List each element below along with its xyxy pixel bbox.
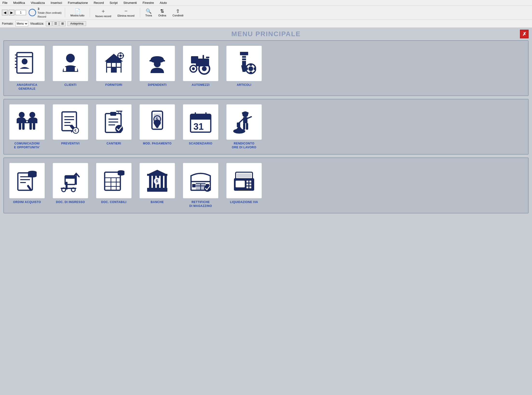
rendiconto-label: RENDICONTOORE DI LAVORO <box>232 142 256 149</box>
view-list-button[interactable]: ☰ <box>53 21 59 26</box>
menu-aiuto[interactable]: Aiuto <box>159 0 168 5</box>
elimina-record-label: Elimina record <box>117 14 134 17</box>
menu-strumenti[interactable]: Strumenti <box>123 0 138 5</box>
cantieri-label: CANTIERI <box>107 142 121 146</box>
rendiconto-icon <box>232 110 256 134</box>
svg-rect-53 <box>19 123 21 130</box>
nuovo-record-button[interactable]: ＋ Nuovo record <box>93 7 113 18</box>
svg-rect-82 <box>191 117 211 120</box>
dipendenti-icon-box <box>139 46 175 81</box>
menu-item-scadenziario[interactable]: 31 SCADENZIARIO <box>181 104 220 149</box>
rendiconto-icon-box <box>226 104 262 140</box>
record-navigation: ◀ ▶ <box>2 10 26 15</box>
menu-item-doc-ingresso[interactable]: DOC. DI INGRESSO <box>51 163 90 208</box>
svg-point-9 <box>66 54 75 62</box>
menu-item-automezzi[interactable]: AUTOMEZZI <box>181 46 220 91</box>
svg-rect-125 <box>147 174 167 176</box>
svg-point-33 <box>202 66 207 71</box>
doc-contabili-icon-box <box>96 163 132 198</box>
menu-item-rettifiche[interactable]: RETTIFICHEDI MAGAZZINO <box>181 163 220 208</box>
menu-modifica[interactable]: Modifica <box>12 0 26 5</box>
menu-item-cantieri[interactable]: CANTIERI <box>95 104 133 149</box>
svg-rect-147 <box>246 184 248 185</box>
menu-item-clienti[interactable]: CLIENTI <box>51 46 90 91</box>
separator-1 <box>65 8 65 17</box>
svg-rect-152 <box>237 173 251 178</box>
comunicazioni-icon-box <box>9 104 45 140</box>
ordini-icon-box <box>9 163 45 198</box>
menu-record[interactable]: Record <box>93 0 105 5</box>
visualizza-label: Visualizza: <box>30 22 44 25</box>
total-count: 3 <box>38 7 61 11</box>
articoli-label: ARTICOLI <box>237 83 252 87</box>
ordina-button[interactable]: ⇅ Ordina <box>156 8 168 17</box>
anagrafica-label: ANAGRAFICAGENERALE <box>17 83 37 91</box>
comunicazioni-label: COMUNICAZIONIE OPPORTUNITA' <box>14 142 40 149</box>
doc-ingresso-icon-box <box>53 163 88 198</box>
liquidazione-icon <box>232 169 256 193</box>
elimina-record-button[interactable]: − Elimina record <box>116 7 136 18</box>
menu-item-liquidazione[interactable]: LIQUIDAZIONE IVA <box>225 163 263 208</box>
svg-point-123 <box>118 173 124 176</box>
formato-select[interactable]: Menu <box>15 21 28 27</box>
record-number-input[interactable] <box>15 10 26 15</box>
menu-file[interactable]: File <box>1 0 8 5</box>
banche-icon-box: $ <box>139 163 175 198</box>
record-info: 3 Totale (Non ordinati) Record <box>38 7 61 19</box>
section-1-grid: ANAGRAFICAGENERALE CLIENTI <box>8 46 524 91</box>
svg-rect-113 <box>105 172 120 190</box>
dipendenti-icon <box>145 51 169 75</box>
menu-item-ordini[interactable]: ORDINI ACQUISTO <box>8 163 46 208</box>
view-table-button[interactable]: ⊞ <box>59 21 66 26</box>
mostra-tutto-button[interactable]: 📄 Mostra tutto <box>68 8 86 17</box>
svg-point-3 <box>22 59 27 64</box>
menu-item-rendiconto[interactable]: RENDICONTOORE DI LAVORO <box>225 104 263 149</box>
trova-icon: 🔍 <box>146 8 152 14</box>
doc-contabili-label: DOC. CONTABILI <box>101 200 127 204</box>
svg-text:31: 31 <box>193 122 204 132</box>
nav-forward-button[interactable]: ▶ <box>9 10 14 15</box>
svg-rect-31 <box>203 55 204 59</box>
anteprima-button[interactable]: Anteprima <box>68 21 86 26</box>
svg-point-28 <box>154 61 161 67</box>
menu-inserisci[interactable]: Inserisci <box>50 0 63 5</box>
svg-rect-145 <box>246 181 248 183</box>
menu-item-dipendenti[interactable]: DIPENDENTI <box>138 46 177 91</box>
menu-item-articoli[interactable]: ARTICOLI <box>225 46 263 91</box>
menu-script[interactable]: Script <box>109 0 118 5</box>
cantieri-icon <box>102 110 126 134</box>
close-button[interactable]: ✗ <box>520 30 529 38</box>
svg-rect-30 <box>191 56 198 63</box>
doc-ingresso-icon <box>58 169 82 193</box>
menu-visualizza[interactable]: Visualizza <box>30 0 46 5</box>
menu-item-comunicazioni[interactable]: COMUNICAZIONIE OPPORTUNITA' <box>8 104 46 149</box>
svg-rect-128 <box>149 176 151 188</box>
trova-button[interactable]: 🔍 Trova <box>143 8 154 17</box>
menu-item-mod-pagamento[interactable]: $ MOD. PAGAMENTO <box>138 104 177 149</box>
svg-point-71 <box>115 125 123 133</box>
svg-rect-48 <box>254 68 256 70</box>
svg-rect-47 <box>246 68 248 70</box>
menu-formattazione[interactable]: Formattazione <box>67 0 89 5</box>
svg-point-50 <box>29 112 35 118</box>
nav-back-button[interactable]: ◀ <box>2 10 8 15</box>
scadenziario-icon: 31 <box>189 110 213 134</box>
preventivi-icon-box: € <box>53 104 88 140</box>
menu-item-banche[interactable]: $ BANCHE <box>138 163 177 208</box>
preventivi-label: PREVENTIVI <box>61 142 80 146</box>
menu-item-doc-contabili[interactable]: DOC. CONTABILI <box>95 163 133 208</box>
doc-ingresso-label: DOC. DI INGRESSO <box>56 200 85 204</box>
menu-item-preventivi[interactable]: € PREVENTIVI <box>51 104 90 149</box>
condividi-icon: ⇧ <box>176 8 180 14</box>
fornitori-icon <box>102 51 126 75</box>
svg-rect-19 <box>117 68 121 73</box>
svg-rect-56 <box>33 123 35 130</box>
automezzi-icon <box>189 51 213 75</box>
menu-finestre[interactable]: Finestre <box>142 0 155 5</box>
view-form-button[interactable]: ▮ <box>46 21 52 26</box>
condividi-button[interactable]: ⇧ Condividi <box>171 8 185 17</box>
svg-text:$: $ <box>156 117 158 121</box>
menu-item-anagrafica[interactable]: ANAGRAFICAGENERALE <box>8 46 46 91</box>
mod-pagamento-icon-box: $ <box>139 104 175 140</box>
menu-item-fornitori[interactable]: FORNITORI <box>95 46 133 91</box>
